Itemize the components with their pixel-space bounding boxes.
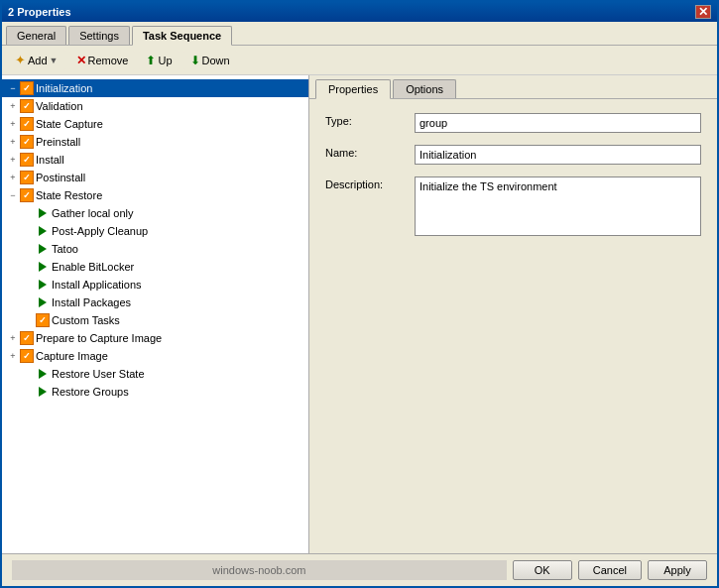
expander-install-packages [22, 295, 36, 309]
apply-button[interactable]: Apply [648, 560, 707, 580]
down-icon: ⬇ [190, 54, 200, 67]
bottom-bar: windows-noob.com OK Cancel Apply [2, 553, 717, 586]
tree-label-custom-tasks: Custom Tasks [52, 314, 120, 326]
tree-label-post-apply-cleanup: Post-Apply Cleanup [52, 225, 148, 237]
add-icon: ✦ [15, 53, 26, 67]
expander-prepare-capture[interactable]: + [6, 331, 20, 345]
main-window: 2 Properties ✕ General Settings Task Seq… [0, 0, 719, 588]
expander-capture-image[interactable]: + [6, 349, 20, 363]
type-input[interactable] [415, 113, 701, 133]
close-button[interactable]: ✕ [695, 5, 711, 19]
toolbar: ✦ Add ▼ ✕ Remove ⬆ Up ⬇ Down [2, 46, 717, 75]
remove-icon: ✕ [76, 54, 86, 67]
expander-restore-user [22, 367, 36, 381]
up-icon: ⬆ [146, 54, 156, 67]
tree-item-prepare-capture[interactable]: + Prepare to Capture Image [2, 329, 308, 347]
tree-label-tatoo: Tatoo [52, 243, 78, 255]
play-icon-gather [39, 208, 47, 218]
tree-item-install[interactable]: + Install [2, 151, 308, 169]
up-button[interactable]: ⬆ Up [139, 51, 179, 70]
check-icon-state-capture [20, 117, 34, 131]
expander-install[interactable]: + [6, 153, 20, 167]
add-button[interactable]: ✦ Add ▼ [8, 50, 65, 70]
name-input[interactable] [415, 145, 701, 165]
down-label: Down [202, 55, 230, 66]
expander-custom-tasks [22, 313, 36, 327]
cancel-button[interactable]: Cancel [578, 560, 642, 580]
tree-label-validation: Validation [36, 100, 83, 112]
play-icon-restore-groups [39, 387, 47, 397]
description-label: Description: [325, 176, 415, 190]
properties-form: Type: Name: Description: Initialize the … [309, 99, 717, 250]
tree-item-postinstall[interactable]: + Postinstall [2, 169, 308, 186]
expander-preinstall[interactable]: + [6, 135, 20, 149]
description-textarea[interactable]: Initialize the TS environment [415, 176, 701, 236]
tree-label-install-packages: Install Packages [52, 296, 131, 308]
expander-state-restore[interactable]: − [6, 188, 20, 202]
tree-label-preinstall: Preinstall [36, 136, 80, 148]
tree-item-validation[interactable]: + Validation [2, 97, 308, 115]
tree-label-install-applications: Install Applications [52, 279, 142, 291]
tree-item-gather-local-only[interactable]: Gather local only [2, 204, 308, 222]
play-icon-tatoo [39, 244, 47, 254]
add-label: Add [28, 55, 48, 66]
right-panel: Properties Options Type: Name: Descripti… [309, 75, 717, 553]
tree-item-initialization[interactable]: − Initialization [2, 79, 308, 97]
expander-state-capture[interactable]: + [6, 117, 20, 131]
tree-item-state-restore[interactable]: − State Restore [2, 186, 308, 204]
tree-item-tatoo[interactable]: Tatoo [2, 240, 308, 258]
expander-bitlocker [22, 260, 36, 274]
tree-panel: − Initialization + Validation + State Ca… [2, 75, 309, 553]
tree-item-restore-user-state[interactable]: Restore User State [2, 365, 308, 383]
tab-options[interactable]: Options [393, 79, 456, 98]
expander-validation[interactable]: + [6, 99, 20, 113]
expander-tatoo [22, 242, 36, 256]
remove-label: Remove [88, 55, 129, 66]
tree-label-install: Install [36, 154, 64, 166]
remove-button[interactable]: ✕ Remove [69, 51, 136, 70]
type-label: Type: [325, 113, 415, 127]
check-icon-postinstall [20, 171, 34, 184]
tree-label-gather-local-only: Gather local only [52, 207, 134, 219]
tab-settings[interactable]: Settings [68, 26, 130, 45]
expander-postinstall[interactable]: + [6, 171, 20, 184]
down-button[interactable]: ⬇ Down [183, 51, 237, 70]
play-icon-install-packages [39, 297, 47, 307]
right-tabs: Properties Options [309, 75, 717, 99]
tree-item-preinstall[interactable]: + Preinstall [2, 133, 308, 151]
ok-button[interactable]: OK [513, 560, 572, 580]
tree-item-post-apply-cleanup[interactable]: Post-Apply Cleanup [2, 222, 308, 240]
tree-item-restore-groups[interactable]: Restore Groups [2, 383, 308, 401]
tree-item-custom-tasks[interactable]: Custom Tasks [2, 311, 308, 329]
name-row: Name: [325, 145, 701, 165]
play-icon-bitlocker [39, 262, 47, 272]
tab-task-sequence[interactable]: Task Sequence [132, 26, 232, 46]
check-icon-initialization [20, 81, 34, 95]
tree-item-install-packages[interactable]: Install Packages [2, 294, 308, 311]
window-title: 2 Properties [8, 6, 71, 18]
main-tabs: General Settings Task Sequence [2, 22, 717, 46]
tree-label-restore-groups: Restore Groups [52, 386, 129, 398]
tree-item-enable-bitlocker[interactable]: Enable BitLocker [2, 258, 308, 276]
add-dropdown-arrow: ▼ [50, 56, 59, 65]
tree-item-install-applications[interactable]: Install Applications [2, 276, 308, 294]
check-icon-validation [20, 99, 34, 113]
tree-label-prepare-capture: Prepare to Capture Image [36, 332, 162, 344]
expander-gather [22, 206, 36, 220]
watermark: windows-noob.com [12, 560, 507, 580]
expander-install-apps [22, 278, 36, 292]
title-bar: 2 Properties ✕ [2, 2, 717, 22]
tree-label-enable-bitlocker: Enable BitLocker [52, 261, 134, 273]
check-icon-capture-image [20, 349, 34, 363]
tree-label-capture-image: Capture Image [36, 350, 108, 362]
play-icon-install-apps [39, 280, 47, 290]
tree-label-state-restore: State Restore [36, 189, 102, 201]
expander-initialization[interactable]: − [6, 81, 20, 95]
description-row: Description: Initialize the TS environme… [325, 176, 701, 236]
check-icon-custom-tasks [36, 313, 50, 327]
tree-item-state-capture[interactable]: + State Capture [2, 115, 308, 133]
tab-properties[interactable]: Properties [315, 79, 391, 99]
tree-item-capture-image[interactable]: + Capture Image [2, 347, 308, 365]
tab-general[interactable]: General [6, 26, 66, 45]
expander-restore-groups [22, 385, 36, 399]
